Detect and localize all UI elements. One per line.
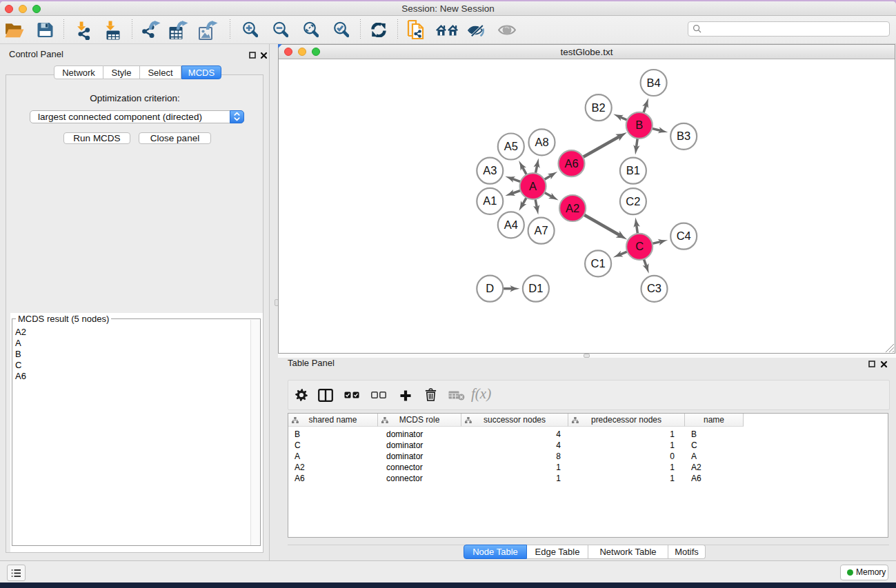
svg-text:A8: A8 [535, 136, 548, 148]
svg-text:A7: A7 [535, 224, 548, 236]
svg-text:A4: A4 [504, 219, 518, 231]
svg-text:A2: A2 [566, 202, 579, 214]
svg-text:B1: B1 [626, 164, 640, 176]
svg-text:B3: B3 [677, 130, 690, 142]
svg-text:B4: B4 [647, 77, 661, 89]
svg-text:C: C [635, 240, 644, 252]
svg-text:C1: C1 [591, 257, 606, 270]
svg-text:B: B [635, 119, 643, 131]
svg-text:B2: B2 [592, 101, 606, 114]
svg-text:C4: C4 [677, 230, 691, 242]
svg-text:A6: A6 [564, 157, 578, 170]
svg-text:C2: C2 [626, 195, 640, 207]
svg-text:D: D [486, 282, 494, 294]
svg-text:A5: A5 [504, 140, 518, 152]
svg-text:D1: D1 [528, 282, 543, 294]
svg-text:A1: A1 [483, 194, 497, 207]
svg-text:A: A [529, 180, 537, 192]
svg-text:C3: C3 [647, 282, 661, 294]
svg-text:A3: A3 [483, 164, 497, 176]
